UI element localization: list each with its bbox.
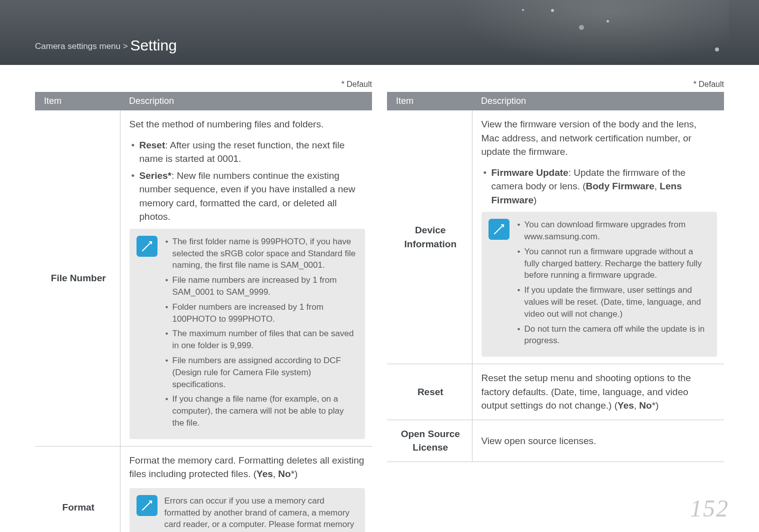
default-note-right: * Default: [387, 80, 724, 89]
file-number-note: File name numbers are increased by 1 fro…: [164, 274, 358, 298]
breadcrumb: Camera settings menu > Setting: [35, 37, 177, 54]
device-info-intro: View the firmware version of the body an…: [482, 117, 718, 159]
content-area: * Default Item Description File Number S…: [0, 65, 759, 532]
cell-device-info-label: Device Information: [387, 110, 472, 364]
device-info-note: Do not turn the camera off while the upd…: [516, 323, 710, 347]
breadcrumb-prefix: Camera settings menu >: [35, 41, 130, 51]
row-format: Format Format the memory card. Formattin…: [35, 446, 372, 532]
note-icon: [488, 219, 510, 240]
cell-reset-desc: Reset the setup menu and shooting option…: [472, 364, 724, 420]
page-header: Camera settings menu > Setting: [0, 0, 759, 65]
col-header-item: Item: [387, 92, 472, 110]
cell-open-source-desc: View open source licenses.: [472, 420, 724, 462]
file-number-note: Folder numbers are increased by 1 from 1…: [164, 301, 358, 325]
device-info-bullets: Firmware Update: Update the firmware of …: [482, 166, 718, 207]
cell-open-source-label: Open Source License: [387, 420, 472, 462]
format-note-text: Errors can occur if you use a memory car…: [164, 495, 358, 532]
left-column: * Default Item Description File Number S…: [35, 80, 372, 532]
page-number: 152: [690, 495, 729, 522]
row-device-information: Device Information View the firmware ver…: [387, 110, 724, 364]
cell-file-number-desc: Set the method of numbering files and fo…: [120, 110, 372, 446]
col-header-item: Item: [35, 92, 120, 110]
file-number-bullet-reset: Reset: After using the reset function, t…: [130, 138, 366, 166]
device-info-note-box: You can download firmware upgrades from …: [482, 212, 718, 357]
breadcrumb-title: Setting: [130, 37, 176, 53]
format-intro: Format the memory card. Formatting delet…: [130, 454, 366, 481]
device-info-note-list: You can download firmware upgrades from …: [516, 219, 710, 350]
file-number-note-box: The first folder name is 999PHOTO, if yo…: [130, 229, 366, 439]
device-info-note: If you update the firmware, user setting…: [516, 284, 710, 320]
file-number-note-list: The first folder name is 999PHOTO, if yo…: [164, 236, 358, 432]
cell-device-info-desc: View the firmware version of the body an…: [472, 110, 724, 364]
row-reset: Reset Reset the setup menu and shooting …: [387, 364, 724, 420]
default-note-left: * Default: [35, 80, 372, 89]
row-file-number: File Number Set the method of numbering …: [35, 110, 372, 446]
right-column: * Default Item Description Device Inform…: [387, 80, 724, 532]
cell-reset-label: Reset: [387, 364, 472, 420]
file-number-note: If you change a file name (for example, …: [164, 393, 358, 429]
cell-file-number-label: File Number: [35, 110, 120, 446]
settings-table-right: Item Description Device Information View…: [387, 92, 724, 462]
row-open-source-license: Open Source License View open source lic…: [387, 420, 724, 462]
col-header-description: Description: [472, 92, 724, 110]
file-number-note: The first folder name is 999PHOTO, if yo…: [164, 236, 358, 271]
device-info-note: You can download firmware upgrades from …: [516, 219, 710, 243]
file-number-note: File numbers are assigned according to D…: [164, 355, 358, 390]
note-icon: [136, 236, 158, 257]
file-number-note: The maximum number of files that can be …: [164, 328, 358, 352]
cell-format-label: Format: [35, 446, 120, 532]
device-info-bullet-firmware: Firmware Update: Update the firmware of …: [482, 166, 718, 207]
file-number-intro: Set the method of numbering files and fo…: [130, 117, 366, 131]
format-note-box: Errors can occur if you use a memory car…: [130, 488, 366, 532]
col-header-description: Description: [120, 92, 372, 110]
file-number-bullet-series: Series*: New file numbers continue the e…: [130, 169, 366, 224]
note-icon: [136, 495, 158, 516]
device-info-note: You cannot run a firmware upgrade withou…: [516, 246, 710, 281]
cell-format-desc: Format the memory card. Formatting delet…: [120, 446, 372, 532]
file-number-bullets: Reset: After using the reset function, t…: [130, 138, 366, 224]
settings-table-left: Item Description File Number Set the met…: [35, 92, 372, 532]
